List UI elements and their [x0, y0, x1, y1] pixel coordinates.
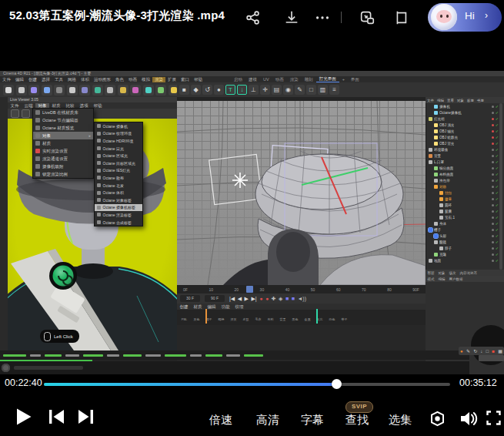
perspective-viewport[interactable] — [177, 101, 426, 285]
subtitles-button[interactable]: 字幕 — [301, 413, 324, 428]
toolbar-tool-icon[interactable] — [155, 85, 166, 96]
transport-icon[interactable]: ▶| — [251, 296, 256, 301]
timeline-ruler[interactable]: 0F102030405060708090F — [177, 285, 426, 293]
seek-handle[interactable] — [332, 379, 342, 389]
c4d-menu-11[interactable]: 渲染 — [152, 77, 165, 82]
object-tree-row[interactable]: 挂扣✓ — [426, 189, 500, 196]
share-icon[interactable] — [245, 9, 262, 26]
toolbar-tool-icon[interactable] — [16, 85, 27, 96]
float-tool-icon[interactable]: ■ — [492, 349, 495, 354]
submenu-item[interactable]: Octane 区域光 — [95, 152, 142, 159]
c4d-menu-7[interactable]: 运动图形 — [92, 77, 113, 82]
viewport-tool-icon[interactable]: ◉ — [283, 85, 293, 95]
frame-field[interactable]: 90 F — [205, 295, 225, 302]
c4d-menu-4[interactable]: 工具 — [52, 77, 65, 82]
transport-icon[interactable]: ● — [259, 296, 262, 301]
object-tree-row[interactable]: 徽章✓ — [426, 196, 500, 202]
viewport-tool-icon[interactable]: ≡ — [329, 85, 339, 95]
material-swatch[interactable]: 黑色 — [289, 310, 301, 325]
seek-bar[interactable] — [44, 383, 450, 386]
object-tree-row[interactable]: 背景✓ — [426, 153, 500, 159]
am-menu[interactable]: 用户数据 — [447, 277, 465, 281]
mini-window-icon[interactable] — [392, 9, 409, 26]
timeline-playhead[interactable] — [246, 286, 253, 293]
material-swatch[interactable]: 帽子 — [203, 310, 215, 325]
c4d-menu-10[interactable]: 模拟 — [139, 77, 152, 82]
viewport-tool-icon[interactable]: ↓ — [237, 85, 247, 95]
layout-tab[interactable]: 启动 — [231, 77, 245, 82]
material-swatch[interactable]: PBL — [179, 310, 190, 325]
material-swatch[interactable]: 皮肤 — [240, 310, 252, 325]
object-tree-row[interactable]: OBJ 顶光✓ — [426, 122, 500, 128]
live-viewer-menu-文件[interactable]: 文件 — [8, 103, 22, 109]
viewport-tool-icon[interactable]: ▤ — [272, 85, 282, 95]
c4d-menu-5[interactable]: 网格 — [65, 77, 78, 82]
material-swatch[interactable]: 帽檐 — [215, 310, 227, 325]
submenu-item[interactable]: Octane 合成标签 — [95, 219, 142, 226]
layout-tab[interactable]: UV — [260, 77, 272, 82]
menu-item[interactable]: Octane 材质预览 — [33, 124, 93, 132]
float-tool-icon[interactable]: □ — [486, 349, 489, 354]
om-footer-tab[interactable]: 内容浏览器 — [458, 271, 479, 275]
object-tree-row[interactable]: 对称✓ — [426, 183, 500, 189]
next-button[interactable] — [78, 410, 93, 424]
c4d-menu-8[interactable]: 角色 — [113, 77, 126, 82]
material-menu[interactable]: 材质 — [191, 304, 205, 310]
c4d-menu-1[interactable]: 编辑 — [13, 77, 26, 82]
transport-icon[interactable]: |◀ — [229, 296, 235, 301]
menu-item[interactable]: LiveDB 在线材质库 — [33, 109, 93, 116]
lv-tool-icon[interactable] — [22, 109, 30, 118]
more-icon[interactable] — [314, 9, 331, 26]
menu-item[interactable]: 实时渲染设置 — [33, 147, 93, 155]
float-tool-icon[interactable]: ↻ — [473, 349, 477, 354]
c4d-menu-3[interactable]: 选择 — [39, 77, 52, 82]
c4d-menu-12[interactable]: 扩展 — [165, 77, 179, 82]
object-tree-row[interactable]: 细分曲面✓ — [426, 165, 500, 171]
toolbar-tool-icon[interactable] — [3, 85, 14, 96]
object-tree-row[interactable]: 身体✓ — [426, 220, 500, 226]
om-footer-tab[interactable]: 图层 — [426, 271, 436, 275]
layout-tab[interactable]: 雕刻 — [302, 77, 316, 82]
float-tool-icon[interactable]: ✎ — [466, 349, 470, 354]
om-menu[interactable]: 文件 — [426, 99, 436, 102]
submenu-item[interactable]: Octane 对象标签 — [95, 196, 142, 204]
object-tree-row[interactable]: 挎包带✓ — [426, 177, 500, 183]
menu-item[interactable]: 对象▸ — [33, 132, 93, 139]
material-menu[interactable]: 编辑 — [205, 304, 219, 310]
om-menu[interactable]: 编辑 — [436, 99, 446, 102]
object-tree-row[interactable]: Octane摄像机✓ — [426, 109, 500, 116]
toolbar-tool-icon[interactable] — [67, 85, 78, 96]
om-menu[interactable]: 书签 — [476, 99, 486, 102]
transport-icon[interactable]: ● — [265, 296, 269, 301]
submenu-item[interactable]: Octane 目标区域光 — [95, 159, 142, 167]
viewport-tool-icon[interactable]: ● — [214, 85, 224, 95]
material-swatch[interactable]: 带子 — [339, 310, 350, 325]
object-tree-row[interactable]: 摄像机✓ — [426, 103, 500, 109]
pip-icon[interactable] — [359, 9, 375, 26]
volume-icon[interactable] — [460, 411, 478, 427]
submenu-item[interactable]: Octane HDRI环境 — [95, 137, 142, 145]
toolbar-tool-icon[interactable] — [130, 85, 141, 96]
object-tree-row[interactable]: L.口罩✓ — [426, 159, 500, 165]
om-menu[interactable]: 对象 — [456, 99, 466, 102]
menu-item[interactable]: 渲染通道设置 — [33, 155, 93, 163]
material-swatch[interactable]: 白色 — [326, 310, 338, 325]
transport-icon[interactable]: ▶ — [245, 296, 249, 301]
object-tree-row[interactable]: 环境吸收✓ — [426, 146, 500, 153]
c4d-menu-6[interactable]: 体积 — [78, 77, 92, 82]
om-footer-tab[interactable]: 对象 — [436, 271, 447, 275]
toolbar-tool-icon[interactable] — [105, 85, 115, 96]
c4d-menu-9[interactable]: 动画 — [126, 77, 139, 82]
object-tree-row[interactable]: 胶囊✓ — [426, 208, 500, 214]
object-tree-row[interactable]: 脖子✓ — [426, 245, 500, 251]
object-tree-scrollbar[interactable] — [499, 103, 502, 270]
submenu-item[interactable]: Octane 纹理环境 — [95, 130, 142, 138]
object-tree-row[interactable]: 地面✓ — [426, 257, 500, 263]
material-swatch[interactable]: 发光 — [314, 310, 325, 325]
object-tree-row[interactable]: 圆环✓ — [426, 202, 500, 208]
transport-icon[interactable]: ◈ — [279, 296, 282, 301]
fullscreen-icon[interactable] — [486, 411, 501, 425]
om-footer-tab[interactable]: 场次 — [447, 271, 458, 275]
submenu-item[interactable]: Octane 日光 — [95, 145, 142, 153]
object-tree-row[interactable]: 帽子✓ — [426, 226, 500, 233]
